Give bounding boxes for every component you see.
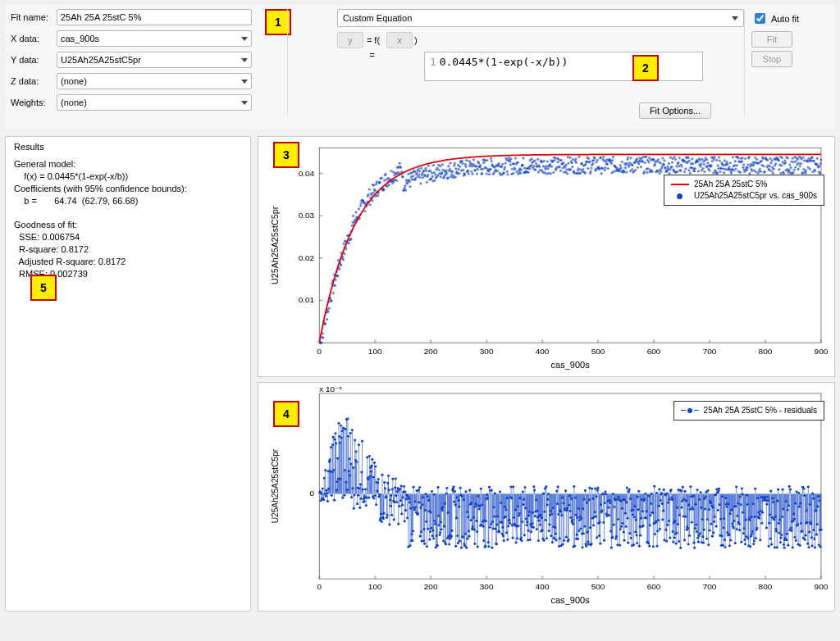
svg-point-577 [623,170,625,173]
svg-point-294 [465,159,468,161]
svg-point-1876 [572,523,574,525]
fit-plot[interactable]: 3 01002003004005006007008009000.010.020.… [258,136,835,377]
svg-point-1476 [460,547,463,549]
chevron-down-icon [241,101,248,105]
svg-point-579 [624,166,627,169]
svg-point-1118 [360,471,363,473]
svg-point-2312 [693,547,696,549]
svg-point-485 [572,158,574,161]
fit-name-input[interactable] [57,9,252,25]
svg-point-860 [781,157,783,159]
svg-point-46 [326,311,329,313]
svg-point-1696 [522,491,524,493]
weights-select[interactable]: (none) [57,94,252,111]
svg-point-2262 [679,547,682,549]
svg-point-464 [560,159,563,161]
svg-point-261 [447,176,450,179]
svg-point-1944 [591,488,593,490]
svg-point-259 [445,172,448,175]
svg-point-892 [799,165,801,167]
svg-point-2288 [687,527,689,530]
svg-point-1062 [345,481,347,484]
svg-point-834 [766,159,769,161]
svg-point-447 [550,166,553,168]
svg-point-314 [477,168,479,170]
svg-point-1352 [426,545,428,548]
fit-actions-column: Auto fit Fit Stop [744,9,829,116]
svg-point-1132 [364,488,367,490]
svg-point-440 [546,167,549,170]
svg-point-517 [590,170,592,172]
svg-point-1740 [534,515,536,517]
svg-point-749 [719,170,721,173]
svg-point-1930 [587,540,589,543]
equation-type-select[interactable]: Custom Equation [337,9,744,27]
svg-point-2614 [778,522,780,525]
svg-point-685 [683,170,686,173]
svg-point-674 [677,161,679,164]
lower-panel: Results General model: f(x) = 0.0445*(1-… [5,136,835,611]
svg-point-2716 [806,521,808,524]
svg-point-996 [326,500,329,502]
svg-point-789 [742,157,744,159]
svg-point-2548 [759,539,761,541]
svg-text:100: 100 [368,582,382,591]
fit-button[interactable]: Fit [751,31,792,48]
svg-point-584 [627,156,629,158]
residuals-plot[interactable]: 4 0100200300400500600700800900-4-20246ca… [258,382,835,611]
svg-point-880 [792,171,794,174]
svg-point-2298 [689,485,692,488]
svg-point-218 [422,169,425,171]
svg-text:200: 200 [424,582,438,591]
z-data-select[interactable]: (none) [57,73,252,89]
svg-point-66 [338,268,340,270]
auto-fit-checkbox[interactable] [755,13,765,24]
svg-point-992 [325,489,327,492]
svg-point-710 [697,170,700,172]
x-data-label: X data: [11,34,57,43]
svg-point-415 [532,165,535,167]
svg-point-1588 [491,521,494,523]
fit-options-button[interactable]: Fit Options... [639,102,711,119]
y-data-select[interactable]: U25Ah25A25stC5pr [57,52,252,68]
svg-point-2624 [780,534,783,536]
svg-point-1082 [350,496,353,498]
svg-point-229 [429,170,431,172]
svg-point-1522 [473,529,476,531]
svg-point-2628 [781,489,783,491]
svg-point-882 [793,169,796,171]
svg-point-1116 [360,498,363,500]
svg-point-1524 [473,543,476,545]
svg-point-286 [461,160,463,162]
x-data-select[interactable]: cas_900s [57,30,252,47]
svg-point-159 [390,170,392,172]
svg-point-2176 [655,492,658,494]
svg-point-1734 [532,526,535,529]
svg-point-2076 [628,490,630,493]
svg-point-1532 [476,530,478,533]
svg-point-2104 [635,534,637,537]
svg-point-1162 [372,498,375,500]
svg-point-2228 [670,489,673,491]
svg-point-2164 [652,545,655,548]
svg-point-2526 [753,539,756,542]
svg-point-779 [736,164,738,166]
svg-point-2438 [728,544,731,547]
svg-point-1704 [523,486,526,489]
svg-point-1766 [541,530,543,532]
svg-point-481 [569,168,572,170]
svg-point-1648 [508,519,510,521]
svg-point-501 [581,162,583,165]
svg-text:100: 100 [368,347,382,356]
svg-point-382 [514,157,517,159]
equation-input[interactable]: 10.0445*(1-exp(-x/b)) [424,52,703,81]
svg-point-603 [637,162,640,165]
svg-point-2036 [616,543,619,546]
data-selection-column: Fit name: 1 X data: cas_900s Y data: U25… [11,9,287,116]
svg-point-1590 [492,527,495,530]
svg-point-1176 [377,482,379,484]
svg-point-813 [755,170,757,173]
svg-point-130 [374,189,377,192]
stop-button[interactable]: Stop [751,51,792,67]
svg-point-2250 [676,507,678,509]
